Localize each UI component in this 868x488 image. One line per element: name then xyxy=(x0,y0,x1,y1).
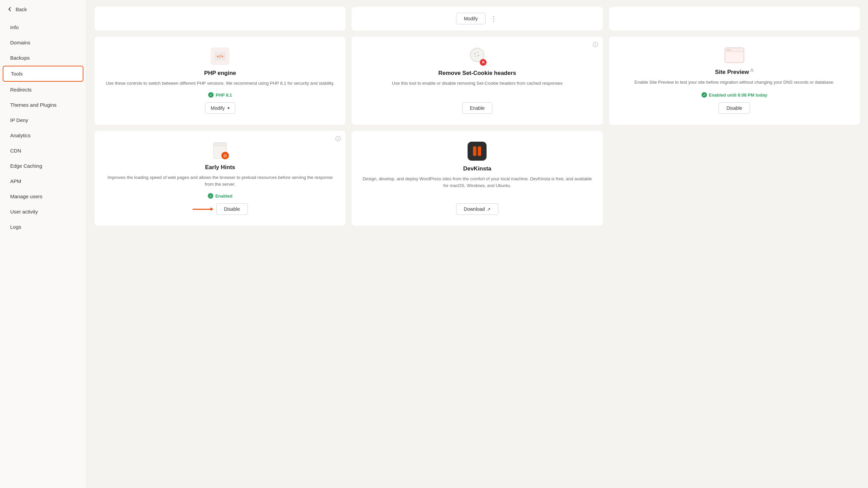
clock-icon: ⊘ xyxy=(223,153,227,158)
devkinsta-download-button[interactable]: Download ↗ xyxy=(456,203,498,215)
early-hints-title: Early Hints xyxy=(205,164,235,171)
sidebar-item-domains[interactable]: Domains xyxy=(3,35,83,50)
top-partial-row: Modify ⋮ xyxy=(95,7,860,30)
remove-set-cookie-card: ⓘ ✕ Remove Set-Cookie headers Use this t… xyxy=(352,37,603,125)
site-preview-desc: Enable Site Preview to test your site be… xyxy=(634,79,834,87)
early-hints-status-text: Enabled xyxy=(215,194,233,199)
devkinsta-desc: Design, develop, and deploy WordPress si… xyxy=(361,176,593,198)
site-preview-icon xyxy=(725,47,744,63)
early-hints-status-dot xyxy=(208,193,213,199)
set-cookie-info-icon[interactable]: ⓘ xyxy=(593,41,598,48)
php-engine-card: </> PHP engine Use these controls to swi… xyxy=(95,37,346,125)
early-hints-disable-button[interactable]: Disable xyxy=(216,203,248,215)
php-engine-title: PHP engine xyxy=(204,70,236,77)
svg-text:</>: </> xyxy=(217,54,223,59)
back-button[interactable]: Back xyxy=(0,0,86,18)
set-cookie-desc: Use this tool to enable or disable remov… xyxy=(392,80,563,97)
set-cookie-enable-button[interactable]: Enable xyxy=(462,102,493,114)
file-header xyxy=(214,143,226,146)
site-preview-disable-button[interactable]: Disable xyxy=(718,102,750,114)
sidebar: Back Info Domains Backups Tools Redirect… xyxy=(0,0,86,488)
sidebar-item-redirects[interactable]: Redirects xyxy=(3,82,83,97)
php-status-dot xyxy=(208,92,214,98)
sp-body xyxy=(725,52,744,62)
sp-titlebar xyxy=(725,48,744,52)
site-preview-status: Enabled until 6:08 PM today xyxy=(702,92,768,98)
partial-card-1 xyxy=(95,7,346,30)
partial-card-2: Modify ⋮ xyxy=(352,7,603,30)
site-preview-title-text: Site Preview xyxy=(715,69,749,75)
early-hints-info-icon[interactable]: ⓘ xyxy=(335,136,341,143)
svg-point-7 xyxy=(475,56,476,57)
site-preview-status-dot xyxy=(702,92,707,98)
sidebar-item-analytics[interactable]: Analytics xyxy=(3,128,83,143)
main-content: Modify ⋮ </> PHP engine Use these contro… xyxy=(86,0,868,488)
sidebar-item-themes-plugins[interactable]: Themes and Plugins xyxy=(3,98,83,112)
cards-grid: </> PHP engine Use these controls to swi… xyxy=(95,37,860,226)
php-engine-icon: </> xyxy=(211,47,230,65)
warning-icon: ⚠ xyxy=(750,68,754,73)
early-hints-status: Enabled xyxy=(208,193,233,199)
devkinsta-title: DevKinsta xyxy=(463,165,491,172)
sp-dot-1 xyxy=(727,49,728,50)
red-circle-badge: ⊘ xyxy=(221,152,229,159)
more-menu-button[interactable]: ⋮ xyxy=(489,13,498,24)
svg-point-6 xyxy=(478,55,479,56)
php-modify-button[interactable]: Modify ▾ xyxy=(205,102,235,114)
devkinsta-icon xyxy=(468,142,487,161)
sidebar-item-user-activity[interactable]: User activity xyxy=(3,204,83,219)
early-hints-icon-wrap: ⊘ xyxy=(211,142,229,159)
sidebar-item-tools[interactable]: Tools xyxy=(3,66,83,82)
sidebar-nav: Info Domains Backups Tools Redirects The… xyxy=(0,18,86,236)
site-preview-status-text: Enabled until 6:08 PM today xyxy=(709,93,768,98)
svg-point-5 xyxy=(477,52,478,53)
php-status-text: PHP 8.1 xyxy=(216,93,232,98)
early-hints-desc: Improves the loading speed of web pages … xyxy=(104,174,336,188)
site-preview-title: Site Preview⚠ xyxy=(715,68,754,76)
devkinsta-download-label: Download xyxy=(464,206,485,212)
set-cookie-icon: ✕ xyxy=(468,47,486,65)
site-preview-browser-icon xyxy=(725,47,744,63)
svg-point-4 xyxy=(474,53,476,54)
php-engine-status: PHP 8.1 xyxy=(208,92,232,98)
php-engine-desc: Use these controls to switch between dif… xyxy=(106,80,334,87)
arrow-line xyxy=(193,209,213,210)
sidebar-item-edge-caching[interactable]: Edge Caching xyxy=(3,159,83,173)
site-preview-card: Site Preview⚠ Enable Site Preview to tes… xyxy=(609,37,860,125)
sp-dot-3 xyxy=(730,49,731,50)
php-modify-label: Modify xyxy=(211,105,225,111)
sidebar-item-cdn[interactable]: CDN xyxy=(3,143,83,158)
chevron-down-icon: ▾ xyxy=(228,106,230,110)
sp-dot-2 xyxy=(728,49,729,50)
modify-button-top[interactable]: Modify xyxy=(456,13,486,24)
devkinsta-bar-1 xyxy=(473,146,476,156)
sidebar-item-ip-deny[interactable]: IP Deny xyxy=(3,113,83,127)
back-label: Back xyxy=(16,6,27,12)
early-hints-icon: ⊘ xyxy=(211,142,229,159)
early-hints-card: ⓘ ⊘ Early Hints Improves the loading spe… xyxy=(95,131,346,226)
devkinsta-bar-2 xyxy=(478,146,481,156)
code-icon: </> xyxy=(214,52,226,60)
external-link-icon: ↗ xyxy=(487,207,491,212)
back-arrow-icon xyxy=(7,6,13,12)
sidebar-item-backups[interactable]: Backups xyxy=(3,50,83,65)
sidebar-item-apm[interactable]: APM xyxy=(3,174,83,188)
sidebar-item-logs[interactable]: Logs xyxy=(3,220,83,234)
sidebar-item-manage-users[interactable]: Manage users xyxy=(3,189,83,204)
devkinsta-card: DevKinsta Design, develop, and deploy Wo… xyxy=(352,131,603,226)
arrow-disable-container: Disable xyxy=(104,203,336,215)
partial-card-3 xyxy=(609,7,860,30)
sidebar-item-info[interactable]: Info xyxy=(3,20,83,35)
set-cookie-title: Remove Set-Cookie headers xyxy=(438,70,516,77)
